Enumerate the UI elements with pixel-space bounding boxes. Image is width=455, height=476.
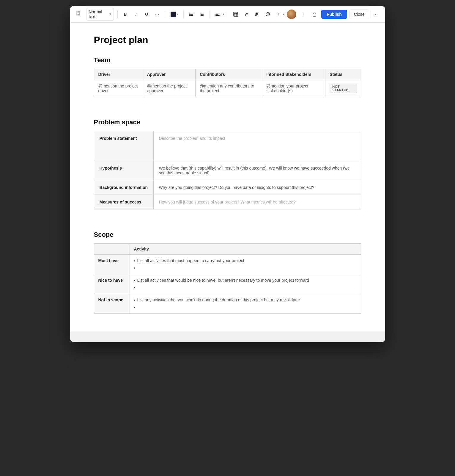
svg-point-22 <box>268 14 269 14</box>
nice-to-have-bullet-2: • <box>134 285 357 290</box>
bullet-icon-empty-2: • <box>134 285 136 290</box>
team-contributors-cell[interactable]: @mention any contributors to the project <box>196 80 262 97</box>
problem-statement-value[interactable]: Describe the problem and its impact <box>153 131 361 161</box>
align-button[interactable] <box>213 10 222 19</box>
team-approver-cell[interactable]: @mention the project approver <box>143 80 196 97</box>
svg-rect-23 <box>313 14 316 16</box>
team-table-header-status: Status <box>325 69 361 80</box>
measures-row: Measures of success How you will judge s… <box>94 195 361 209</box>
toolbar-divider-2 <box>165 11 165 18</box>
insert-plus-button[interactable]: + <box>274 10 282 19</box>
scope-not-in-scope-activity[interactable]: • List any activities that you won't do … <box>130 294 361 314</box>
scope-section-title: Scope <box>94 231 361 239</box>
bullet-icon-3: • <box>134 298 136 303</box>
logo-icon <box>75 10 81 18</box>
scope-must-have-activity[interactable]: • List all activities that must happen t… <box>130 255 361 274</box>
toolbar-divider-4 <box>210 11 210 18</box>
scope-header-empty <box>94 244 130 255</box>
svg-rect-3 <box>190 14 193 15</box>
problem-table: Problem statement Describe the problem a… <box>94 131 361 209</box>
background-text: Why are you doing this project? Do you h… <box>159 185 314 190</box>
must-have-bullet-2: • <box>134 266 357 270</box>
table-button[interactable] <box>232 10 240 19</box>
toolbar-divider-3 <box>183 11 184 18</box>
team-stakeholders-cell[interactable]: @mention your project stakeholder(s) <box>262 80 325 97</box>
not-in-scope-bullet-1: • List any activities that you won't do … <box>134 298 357 303</box>
italic-button[interactable]: I <box>132 10 140 19</box>
svg-point-21 <box>267 14 267 14</box>
page-title: Project plan <box>94 35 361 46</box>
svg-rect-14 <box>215 15 220 16</box>
text-style-label: Normal text <box>89 10 108 19</box>
svg-rect-7 <box>201 13 204 13</box>
add-collaborator-button[interactable]: + <box>299 10 308 19</box>
bullet-list-button[interactable] <box>187 10 196 19</box>
problem-statement-row: Problem statement Describe the problem a… <box>94 131 361 161</box>
team-driver-cell[interactable]: @mention the project driver <box>94 80 143 97</box>
svg-point-4 <box>189 15 190 16</box>
hypothesis-row: Hypothesis We believe that (this capabil… <box>94 161 361 180</box>
problem-section-title: Problem space <box>94 118 361 126</box>
team-section-title: Team <box>94 56 361 64</box>
svg-rect-5 <box>190 15 193 16</box>
measures-value[interactable]: How you will judge success of your proje… <box>153 195 361 209</box>
svg-point-0 <box>189 12 190 13</box>
scope-table: Activity Must have • List all activities… <box>94 243 361 314</box>
emoji-button[interactable] <box>264 10 272 19</box>
scope-nice-to-have-activity[interactable]: • List all activities that would be nice… <box>130 274 361 294</box>
avatar[interactable] <box>287 10 296 19</box>
link-button[interactable] <box>242 10 251 19</box>
problem-statement-label: Problem statement <box>94 131 153 161</box>
svg-rect-1 <box>190 13 193 13</box>
publish-button[interactable]: Publish <box>321 10 347 19</box>
must-have-bullet-1: • List all activities that must happen t… <box>134 258 357 263</box>
align-arrow-icon: ▾ <box>223 12 224 16</box>
svg-rect-9 <box>201 14 204 15</box>
numbered-list-button[interactable]: 1. 2. 3. <box>198 10 206 19</box>
scope-nice-to-have-row: Nice to have • List all activities that … <box>94 274 361 294</box>
color-picker-button[interactable]: ▾ <box>169 10 180 18</box>
spacer-1 <box>94 109 361 116</box>
team-status-cell[interactable]: NOT STARTED <box>325 80 361 97</box>
toolbar-divider-1 <box>117 11 118 18</box>
color-arrow-icon: ▾ <box>177 12 178 16</box>
team-table-header-driver: Driver <box>94 69 143 80</box>
bullet-icon-2: • <box>134 278 136 283</box>
team-table-header-stakeholders: Informed Stakeholders <box>262 69 325 80</box>
content-area: Project plan Team Driver Approver Contri… <box>70 23 385 331</box>
nice-to-have-bullet-1: • List all activities that would be nice… <box>134 278 357 283</box>
team-table-header-contributors: Contributors <box>196 69 262 80</box>
underline-button[interactable]: U <box>142 10 151 19</box>
more-format-button[interactable]: ··· <box>153 10 161 19</box>
background-label: Background information <box>94 180 153 195</box>
background-row: Background information Why are you doing… <box>94 180 361 195</box>
nice-to-have-text: List all activities that would be nice t… <box>137 278 309 283</box>
background-value[interactable]: Why are you doing this project? Do you h… <box>153 180 361 195</box>
scope-not-in-scope-row: Not in scope • List any activities that … <box>94 294 361 314</box>
attachment-button[interactable] <box>253 10 261 19</box>
must-have-text: List all activities that must happen to … <box>137 258 244 263</box>
svg-rect-13 <box>215 14 218 15</box>
bullet-icon-empty-3: • <box>134 305 136 310</box>
bold-button[interactable]: B <box>121 10 130 19</box>
text-style-dropdown[interactable]: Normal text ▾ <box>86 8 114 21</box>
scope-not-in-scope-label: Not in scope <box>94 294 130 314</box>
not-in-scope-text: List any activities that you won't do du… <box>137 298 300 302</box>
toolbar-right: + Publish Close ··· <box>287 10 380 19</box>
status-badge: NOT STARTED <box>330 84 357 93</box>
bullet-icon-empty: • <box>134 266 136 270</box>
spacer-2 <box>94 221 361 228</box>
not-in-scope-bullet-2: • <box>134 305 357 310</box>
lock-button[interactable] <box>310 10 319 19</box>
hypothesis-value[interactable]: We believe that (this capability) will r… <box>153 161 361 180</box>
scope-must-have-row: Must have • List all activities that mus… <box>94 255 361 274</box>
scope-must-have-label: Must have <box>94 255 130 274</box>
scope-header-activity: Activity <box>130 244 361 255</box>
more-options-button[interactable]: ··· <box>371 10 380 19</box>
chevron-down-icon: ▾ <box>109 12 111 16</box>
color-swatch <box>171 12 176 17</box>
team-table-row: @mention the project driver @mention the… <box>94 80 361 97</box>
measures-text: How you will judge success of your proje… <box>159 200 296 204</box>
measures-label: Measures of success <box>94 195 153 209</box>
close-button[interactable]: Close <box>349 10 369 19</box>
